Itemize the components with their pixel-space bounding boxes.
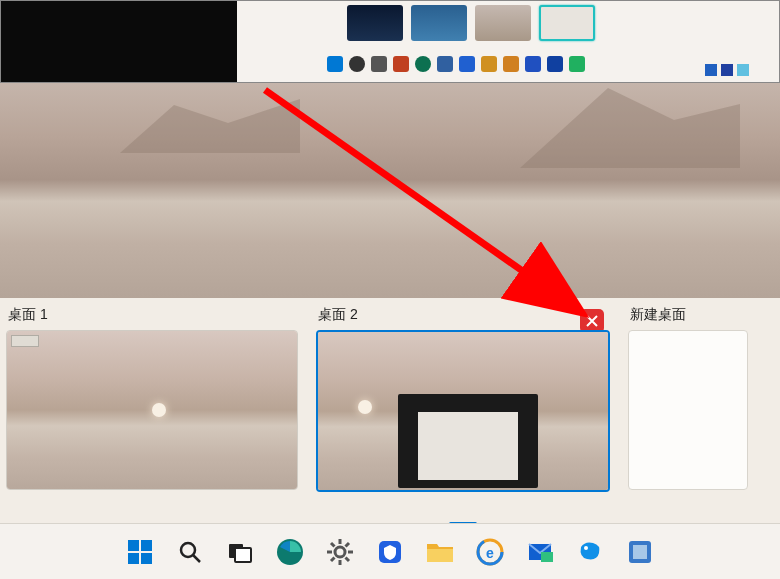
wallpaper-mountain	[120, 93, 300, 153]
edge-button[interactable]	[274, 536, 306, 568]
mini-icon-6	[437, 56, 453, 72]
svg-point-24	[584, 546, 588, 550]
svg-rect-2	[128, 553, 139, 564]
desktop-2-thumbnail[interactable]	[316, 330, 610, 492]
mini-thumb-1	[347, 5, 403, 41]
wallpaper-mountain	[520, 88, 740, 168]
svg-rect-3	[141, 553, 152, 564]
ie-icon: e	[475, 537, 505, 567]
mini-thumb-3	[475, 5, 531, 41]
app-icon	[625, 537, 655, 567]
mini-icon-9	[503, 56, 519, 72]
svg-line-15	[346, 557, 350, 561]
ie-button[interactable]: e	[474, 536, 506, 568]
mini-icon-12	[569, 56, 585, 72]
taskbar: e	[0, 523, 780, 579]
svg-rect-0	[128, 540, 139, 551]
close-icon	[585, 314, 599, 328]
mini-start-icon	[327, 56, 343, 72]
desktop-1-label: 桌面 1	[6, 306, 298, 324]
mini-icon-10	[525, 56, 541, 72]
wallpaper-sun	[152, 403, 166, 417]
mini-app-icon	[393, 56, 409, 72]
shield-icon	[375, 537, 405, 567]
desktop-1-item[interactable]: 桌面 1	[6, 306, 298, 515]
thumb-open-window	[398, 394, 538, 488]
svg-text:e: e	[486, 545, 494, 561]
mail-icon	[525, 538, 555, 566]
task-view-icon	[226, 538, 254, 566]
svg-rect-1	[141, 540, 152, 551]
search-button[interactable]	[174, 536, 206, 568]
wallpaper-sun	[358, 400, 372, 414]
svg-line-5	[193, 555, 200, 562]
svg-rect-7	[235, 548, 251, 562]
new-desktop-item[interactable]: 新建桌面	[628, 306, 748, 515]
edge-icon	[275, 537, 305, 567]
search-icon	[177, 539, 203, 565]
bird-icon	[575, 537, 605, 567]
mini-tray-icon-1	[705, 64, 717, 76]
desktop-1-thumbnail[interactable]	[6, 330, 298, 490]
mini-icon-8	[481, 56, 497, 72]
task-view-button[interactable]	[224, 536, 256, 568]
mini-tray-icon-2	[721, 64, 733, 76]
desktop-2-item[interactable]: 桌面 2	[316, 306, 610, 515]
start-button[interactable]	[124, 536, 156, 568]
mini-icon-11	[547, 56, 563, 72]
mini-preview-desktop	[237, 1, 779, 83]
mini-edge-icon	[415, 56, 431, 72]
mini-icon-7	[459, 56, 475, 72]
top-preview-window	[0, 0, 780, 83]
mini-tray-icon-3	[737, 64, 749, 76]
svg-rect-23	[541, 552, 553, 562]
mini-thumb-2	[411, 5, 467, 41]
top-preview-black-area	[1, 1, 237, 83]
svg-rect-26	[633, 545, 647, 559]
folder-icon	[425, 538, 455, 566]
svg-rect-19	[427, 549, 453, 562]
mail-button[interactable]	[524, 536, 556, 568]
chat-button[interactable]	[574, 536, 606, 568]
security-button[interactable]	[374, 536, 406, 568]
app-button[interactable]	[624, 536, 656, 568]
mini-search-icon	[349, 56, 365, 72]
desktop-2-label: 桌面 2	[316, 306, 610, 324]
svg-point-9	[335, 547, 345, 557]
settings-icon	[325, 537, 355, 567]
svg-line-16	[331, 557, 335, 561]
start-icon	[126, 538, 154, 566]
svg-line-17	[346, 543, 350, 547]
new-desktop-thumbnail[interactable]	[628, 330, 748, 490]
settings-button[interactable]	[324, 536, 356, 568]
virtual-desktops-tray: 桌面 1 桌面 2 新建桌面	[0, 298, 780, 523]
thumb-mini-window	[11, 335, 39, 347]
mini-thumb-4-selected	[539, 5, 595, 41]
new-desktop-label: 新建桌面	[628, 306, 748, 324]
svg-point-4	[181, 543, 195, 557]
mini-taskview-icon	[371, 56, 387, 72]
desktop-wallpaper-background	[0, 83, 780, 298]
svg-line-14	[331, 543, 335, 547]
file-explorer-button[interactable]	[424, 536, 456, 568]
